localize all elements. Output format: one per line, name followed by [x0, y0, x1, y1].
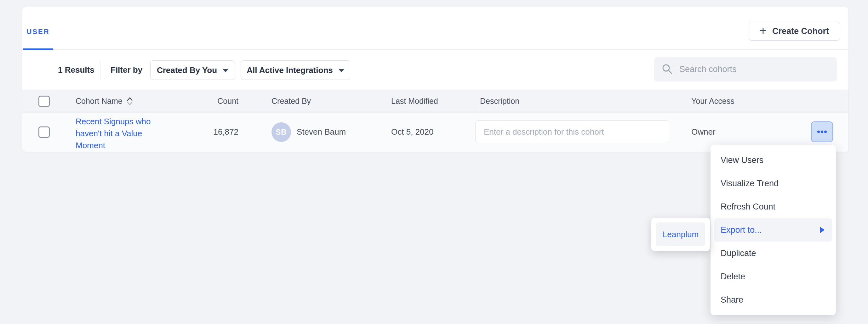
menu-item-export-to-label: Export to... [721, 225, 762, 235]
column-header-last-modified: Last Modified [391, 90, 438, 112]
search-icon [662, 64, 673, 75]
integrations-dropdown-label: All Active Integrations [247, 65, 333, 75]
results-count: 1 Results [58, 50, 94, 89]
create-cohort-button[interactable]: + Create Cohort [749, 22, 840, 41]
tab-user-label: USER [27, 28, 50, 36]
context-menu: View Users Visualize Trend Refresh Count… [711, 145, 836, 315]
column-header-created-by: Created By [272, 90, 311, 112]
chevron-down-icon [223, 69, 228, 72]
menu-item-leanplum[interactable]: Leanplum [656, 222, 705, 246]
sort-icon [126, 96, 133, 106]
select-all-checkbox[interactable] [38, 96, 50, 107]
tab-bar: USER + Create Cohort [22, 7, 848, 50]
description-input[interactable] [475, 120, 669, 143]
column-header-cohort-name[interactable]: Cohort Name [75, 90, 133, 112]
plus-icon: + [760, 25, 767, 38]
menu-item-visualize-trend[interactable]: Visualize Trend [711, 172, 836, 195]
more-actions-button[interactable] [811, 121, 833, 142]
created-by-cell: SB Steven Baum [272, 113, 346, 151]
avatar: SB [272, 122, 291, 142]
divider [100, 61, 100, 79]
filter-bar: 1 Results Filter by Created By You All A… [22, 50, 848, 90]
created-by-dropdown-label: Created By You [157, 65, 217, 75]
cohorts-card: USER + Create Cohort 1 Results Filter by… [22, 7, 849, 152]
export-submenu: Leanplum [651, 218, 710, 251]
tab-user[interactable]: USER [23, 7, 53, 50]
search-input[interactable] [679, 65, 829, 74]
created-by-dropdown[interactable]: Created By You [150, 61, 235, 80]
creator-name: Steven Baum [297, 127, 346, 137]
menu-item-share[interactable]: Share [711, 288, 836, 312]
table-header: Cohort Name Count Created By Last Modifi… [22, 90, 848, 113]
column-header-description: Description [480, 90, 519, 112]
menu-item-refresh-count[interactable]: Refresh Count [711, 195, 836, 218]
row-checkbox[interactable] [38, 127, 50, 138]
cohort-count: 16,872 [186, 113, 239, 151]
arrow-right-icon [820, 227, 825, 233]
integrations-dropdown[interactable]: All Active Integrations [241, 61, 350, 80]
last-modified-cell: Oct 5, 2020 [391, 113, 433, 151]
menu-item-view-users[interactable]: View Users [711, 148, 836, 172]
search-box [654, 57, 837, 81]
menu-item-export-to[interactable]: Export to... [714, 218, 832, 242]
column-header-your-access: Your Access [691, 90, 735, 112]
chevron-down-icon [339, 69, 344, 72]
cohort-name-link[interactable]: Recent Signups who haven't hit a Value M… [75, 115, 158, 151]
menu-item-duplicate[interactable]: Duplicate [711, 242, 836, 265]
more-icon [817, 131, 827, 133]
column-header-count: Count [186, 90, 239, 112]
menu-item-delete[interactable]: Delete [711, 265, 836, 288]
filter-by-label: Filter by [111, 50, 142, 89]
create-cohort-label: Create Cohort [772, 27, 829, 36]
